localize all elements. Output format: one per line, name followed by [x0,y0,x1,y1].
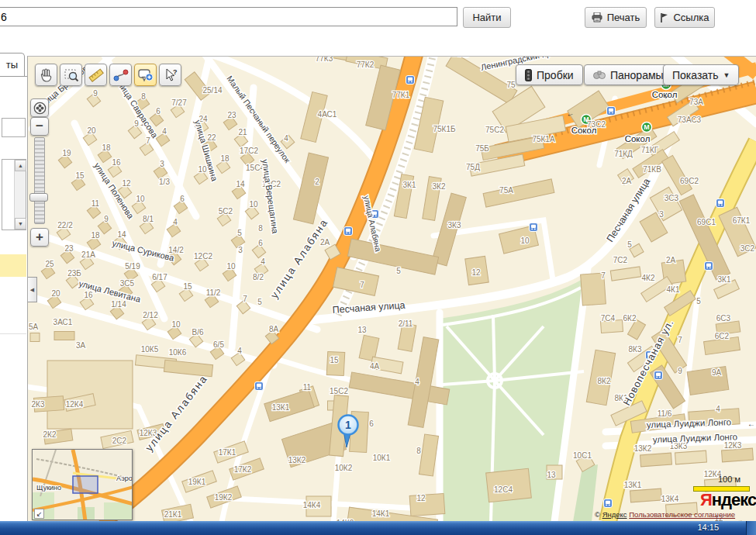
marker-number: 1 [345,419,351,431]
building-number: 8 [416,447,421,455]
building-number: 6 [369,419,374,428]
map-canvas[interactable]: МММ СоколСоколСокол91187/27625/142423212… [27,56,756,521]
building-number: 21К1 [164,510,182,519]
show-desktop-button[interactable] [746,521,756,535]
building-number: 21 [238,128,247,136]
building-number: 13К1 [272,403,290,412]
copyright-symbol: © [595,510,602,519]
zoom-out-button[interactable]: − [30,117,49,136]
sidebar-scrollbar[interactable]: ▲ ▼ [14,160,26,230]
building-number: 77К1 [392,91,410,99]
windows-taskbar[interactable]: 14:15 [0,521,756,535]
building-number: 14 [236,180,245,188]
inspect-tool-button[interactable]: ? [159,64,181,86]
building-number: 71КД [614,150,633,158]
building-number: 6/5 [213,340,224,349]
bus-stop-icon[interactable] [716,199,725,208]
link-button[interactable]: Ссылка [654,7,715,28]
minimap-collapse-button[interactable]: ↙ [34,509,44,519]
print-button[interactable]: Печать [585,7,647,28]
minimap-viewport[interactable] [73,476,98,493]
placemark-tool-button[interactable] [134,64,157,86]
building-number: 10 [520,236,530,245]
bus-stop-icon[interactable] [607,107,616,116]
building-number: 3С3 [665,194,679,202]
building-number: 14 [117,230,126,239]
building-number: 5А [29,323,39,331]
building-number: 69С2 [680,177,699,185]
metro-station-label[interactable]: Сокол [625,134,651,143]
taskbar-clock: 14:15 [697,523,719,532]
pan-tool-button[interactable] [35,64,57,86]
scroll-up-arrow[interactable]: ▲ [15,160,26,171]
building-number: 12К4 [66,400,84,409]
building-number: 75С2 [485,126,504,134]
link-button-label: Ссылка [673,12,709,23]
minimap[interactable]: ЩукиноАэропорт ↙ [32,449,133,520]
route-tool-button[interactable] [109,64,132,86]
building-number: 3К1 [718,275,731,284]
building-number: 10 [136,195,145,203]
building-number: 9А [712,368,722,377]
traffic-button[interactable]: Пробки [516,64,583,85]
bus-stop-icon[interactable] [705,262,713,271]
bus-stop-icon[interactable] [604,499,613,508]
building-number: 67К1 [733,216,751,225]
bus-stop-icon[interactable] [530,223,538,232]
zoom-in-button[interactable]: + [30,228,49,247]
building-number: 7 [146,136,150,145]
building-number: 2К2 [43,430,57,439]
building-number: 5 [257,298,262,306]
sidebar-highlighted-item[interactable] [0,254,26,277]
building-number: 4 [716,405,720,413]
building-number: 8К2 [598,377,611,385]
minimap-label: Аэропорт [116,475,133,482]
building-number: 21А [81,250,95,259]
building-number: 4К1 [667,285,680,294]
ruler-tool-button[interactable] [85,64,107,86]
panoramas-button[interactable]: Панорамы [584,64,673,85]
terms-link[interactable]: Пользовательское соглашение [629,510,735,519]
building-number: 25/14 [202,86,222,95]
zoom-select-tool-button[interactable] [60,64,82,86]
yandex-maps-app: Найти Печать Ссылка ты ▲ [0,0,756,535]
panoramas-button-label: Панорамы [610,69,664,81]
copyright-brand[interactable]: Яндекс [602,510,627,519]
building-number: 2А [666,256,676,264]
building-number: 75 [506,81,516,89]
building-number: 6 [258,239,263,247]
sidebar-input[interactable] [2,118,26,137]
minimap-label: Щукино [36,484,61,492]
building-number: В/6 [192,328,203,337]
building-number: 13К2 [634,444,652,453]
building [419,434,438,476]
show-dropdown-button[interactable]: Показать ▼ [663,64,739,85]
bus-stop-icon[interactable] [344,227,353,236]
find-button[interactable]: Найти [463,7,511,28]
sidebar-tab-results[interactable]: ты [0,53,25,76]
zoom-slider-handle[interactable] [29,193,48,202]
building-number: 75К1Б [433,125,456,133]
bus-stop-icon[interactable] [654,371,663,380]
scroll-down-arrow[interactable]: ▼ [15,218,26,230]
building [30,333,40,342]
add-placemark-icon [137,67,154,83]
building-number: 4 [284,134,288,143]
building [630,488,662,502]
bus-stop-icon[interactable] [255,382,264,391]
building-number: 10К1 [373,454,391,462]
bus-stop-icon[interactable] [406,76,415,85]
building-number: 7 [678,336,682,344]
zoom-slider-track[interactable] [34,137,45,224]
building [722,448,754,462]
sidebar-results-list[interactable]: ▲ ▼ [2,159,26,230]
locate-button[interactable] [30,98,49,117]
building-number: 10 [198,165,207,174]
building-number: 2/11 [399,319,413,328]
search-input[interactable] [0,7,457,26]
top-search-bar: Найти Печать Ссылка [0,0,756,47]
metro-station-icon[interactable]: М [642,123,652,133]
building-number: 23Б [67,269,81,278]
sidebar-collapse-button[interactable]: ◀ [28,277,37,302]
building [349,372,450,405]
